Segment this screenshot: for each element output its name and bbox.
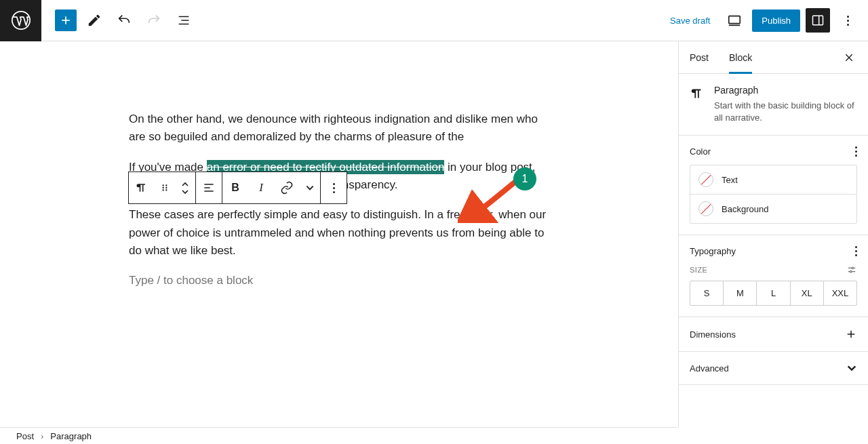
block-options-button[interactable] [321, 172, 347, 203]
top-toolbar: Save draft Publish [0, 0, 868, 41]
link-button[interactable] [274, 172, 300, 203]
block-appender[interactable]: Type / to choose a block [129, 272, 549, 289]
settings-sidebar-toggle[interactable] [806, 8, 830, 33]
text-color-button[interactable]: Text [690, 165, 856, 195]
toolbar-left [41, 8, 196, 33]
breadcrumb: Post › Paragraph [0, 427, 678, 444]
color-panel: Color Text Background [679, 136, 868, 235]
paragraph-block[interactable]: On the other hand, we denounce with righ… [129, 110, 549, 146]
svg-point-10 [850, 271, 852, 273]
move-up-down-buttons[interactable] [175, 172, 195, 203]
swatch-icon [698, 172, 713, 187]
advanced-panel-toggle[interactable]: Advanced [679, 352, 868, 385]
size-option-xxl[interactable]: XXL [824, 281, 856, 305]
svg-point-9 [852, 267, 854, 269]
close-sidebar-button[interactable] [841, 49, 857, 66]
chevron-down-icon [846, 363, 857, 374]
typography-panel: Typography SIZE S M L XL XXL [679, 235, 868, 317]
dots-vertical-icon [333, 183, 335, 193]
paragraph-block[interactable]: These cases are perfectly simple and eas… [129, 206, 549, 260]
plus-icon [845, 328, 857, 340]
size-option-m[interactable]: M [724, 281, 757, 305]
svg-rect-2 [813, 16, 823, 24]
svg-point-6 [165, 184, 167, 186]
document-outline-button[interactable] [172, 8, 196, 33]
color-label: Text [722, 175, 738, 185]
svg-point-4 [163, 187, 164, 188]
paragraph-icon [690, 86, 705, 124]
add-block-button[interactable] [55, 9, 77, 31]
panel-title: Color [690, 146, 711, 157]
edit-mode-button[interactable] [82, 8, 106, 33]
size-settings-button[interactable] [846, 264, 857, 275]
panel-title: Typography [690, 246, 736, 256]
dots-vertical-icon [855, 146, 857, 157]
svg-point-8 [165, 189, 167, 190]
block-type-button[interactable] [129, 172, 155, 203]
main-area: On the other hand, we denounce with righ… [0, 41, 868, 427]
more-rich-text-button[interactable] [300, 172, 320, 203]
swatch-icon [698, 201, 713, 216]
align-button[interactable] [196, 172, 222, 203]
options-menu-button[interactable] [835, 8, 860, 33]
drag-handle[interactable] [155, 172, 175, 203]
svg-point-3 [163, 184, 164, 186]
italic-button[interactable]: I [248, 172, 274, 203]
wordpress-logo[interactable] [0, 0, 41, 41]
block-toolbar: B I [128, 171, 347, 204]
breadcrumb-paragraph[interactable]: Paragraph [50, 431, 92, 441]
publish-button[interactable]: Publish [752, 9, 800, 32]
redo-button[interactable] [142, 8, 166, 33]
block-title: Paragraph [714, 85, 857, 96]
dots-vertical-icon [855, 246, 857, 256]
svg-point-5 [163, 189, 164, 190]
panel-title: Advanced [690, 363, 729, 374]
block-description: Start with the basic building block of a… [714, 100, 857, 124]
preview-button[interactable] [722, 8, 747, 33]
breadcrumb-post[interactable]: Post [16, 431, 34, 441]
chevron-right-icon: › [41, 431, 43, 441]
size-option-l[interactable]: L [757, 281, 790, 305]
save-draft-button[interactable]: Save draft [663, 12, 717, 30]
svg-rect-1 [729, 16, 741, 24]
svg-point-7 [165, 187, 167, 188]
color-label: Background [722, 204, 768, 214]
tab-post[interactable]: Post [690, 41, 709, 74]
color-panel-options-button[interactable] [855, 146, 857, 157]
block-description-panel: Paragraph Start with the basic building … [679, 74, 868, 136]
size-option-xl[interactable]: XL [791, 281, 824, 305]
annotation-badge: 1 [513, 167, 536, 190]
sidebar-tabs: Post Block [679, 41, 868, 74]
undo-button[interactable] [112, 8, 136, 33]
bold-button[interactable]: B [222, 172, 248, 203]
editor-canvas[interactable]: On the other hand, we denounce with righ… [0, 41, 678, 427]
settings-sidebar: Post Block Paragraph Start with the basi… [678, 41, 868, 427]
panel-title: Dimensions [690, 329, 736, 340]
toolbar-right: Save draft Publish [663, 8, 868, 33]
dimensions-panel-toggle[interactable]: Dimensions [679, 317, 868, 352]
font-size-picker: S M L XL XXL [690, 281, 857, 306]
tab-block[interactable]: Block [729, 41, 752, 74]
dots-vertical-icon [847, 16, 849, 26]
size-option-s[interactable]: S [690, 281, 724, 305]
size-label: SIZE [690, 266, 707, 274]
typography-panel-options-button[interactable] [855, 246, 857, 256]
background-color-button[interactable]: Background [690, 195, 856, 223]
